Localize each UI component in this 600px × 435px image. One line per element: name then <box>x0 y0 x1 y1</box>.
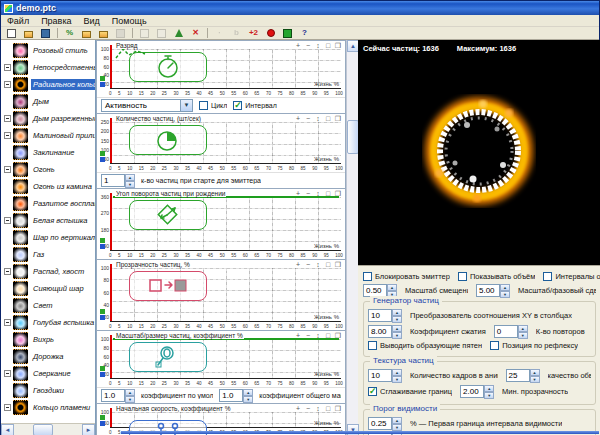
list-item[interactable]: Малиновый прилив <box>1 127 95 144</box>
tree-toggle-icon[interactable] <box>4 64 11 71</box>
quality-spinner[interactable]: 25 ▲▼ <box>506 369 540 382</box>
spinner-arrows-icon[interactable]: ▲▼ <box>530 369 540 382</box>
footer-checkbox-0[interactable]: Цикл <box>199 101 227 110</box>
spinner-arrows-icon[interactable]: ▲▼ <box>392 325 402 338</box>
layers-spinner[interactable]: 0 ▲▼ <box>494 325 528 338</box>
spinner-value[interactable]: 0 <box>494 325 518 338</box>
spinner-arrows-icon[interactable]: ▲▼ <box>125 174 135 187</box>
maximize-icon[interactable]: □ <box>324 190 332 197</box>
zoom-out-icon[interactable]: − <box>304 261 312 268</box>
zoom-out-icon[interactable]: − <box>304 42 312 49</box>
fit-icon[interactable]: ↕ <box>314 405 322 412</box>
visibility-low-spinner[interactable]: 0.25 ▲▼ <box>368 417 402 430</box>
checkbox-icon[interactable] <box>543 272 552 281</box>
tree-toggle-icon[interactable] <box>4 115 11 122</box>
delete-button[interactable]: ✕ <box>188 27 203 39</box>
tree-toggle-icon[interactable] <box>4 268 11 275</box>
new-file-button[interactable] <box>4 27 19 39</box>
spinner-value[interactable]: 10 <box>368 369 392 382</box>
list-item[interactable]: Газ <box>1 246 95 263</box>
menu-item-3[interactable]: Помощь <box>106 16 153 26</box>
tree-toggle-icon[interactable] <box>4 217 11 224</box>
restore-icon[interactable]: ❐ <box>334 190 342 197</box>
hscroll-thumb[interactable] <box>33 424 53 435</box>
spinner-arrows-icon[interactable]: ▲▼ <box>243 389 253 402</box>
graph-area[interactable]: 1008060402005101520253035404550556065707… <box>97 41 345 97</box>
graph-area[interactable]: 3602701809005101520253035404550556065707… <box>97 189 345 259</box>
checkbox-draw-intervals[interactable]: Интервалы отрисовки <box>543 272 600 281</box>
spinner-value[interactable]: 1.0 <box>101 389 125 402</box>
list-item[interactable]: Сверкание <box>1 365 95 382</box>
graph-area[interactable]: 1008060402005101520253035404550556065707… <box>97 260 345 330</box>
footer-checkbox-1[interactable]: Интервал <box>233 101 276 110</box>
folder-closed-button[interactable] <box>79 27 94 39</box>
sidebar-hscrollbar[interactable]: ◄ ► <box>1 423 95 435</box>
zoom-out-icon[interactable]: − <box>304 190 312 197</box>
list-item[interactable]: Заклинание <box>1 144 95 161</box>
list-item[interactable]: Распад, хвост <box>1 263 95 280</box>
spinner-value[interactable]: 0.25 <box>368 417 392 430</box>
checkbox-icon[interactable] <box>199 101 208 110</box>
record-button[interactable] <box>263 27 278 39</box>
start-count-spinner[interactable]: 1▲▼ <box>101 174 135 187</box>
percent-button[interactable]: % <box>62 27 77 39</box>
checkbox-icon[interactable] <box>233 101 242 110</box>
tree-toggle-icon[interactable] <box>4 404 11 411</box>
scroll-left-icon[interactable]: ◄ <box>1 424 14 435</box>
list-item[interactable]: Вихрь <box>1 331 95 348</box>
fit-icon[interactable]: ↕ <box>314 332 322 339</box>
maximize-icon[interactable]: □ <box>324 405 332 412</box>
restore-icon[interactable]: ❐ <box>334 332 342 339</box>
menu-item-0[interactable]: Файл <box>1 16 35 26</box>
checkbox-icon[interactable] <box>363 272 372 281</box>
zoom-in-icon[interactable]: + <box>294 332 302 339</box>
plus2-button[interactable]: +2 <box>246 27 261 39</box>
zoom-in-icon[interactable]: + <box>294 115 302 122</box>
spinner-arrows-icon[interactable]: ▲▼ <box>392 309 402 322</box>
fit-icon[interactable]: ↕ <box>314 190 322 197</box>
title-bar[interactable]: demo.ptc <box>1 1 599 15</box>
restore-icon[interactable]: ❐ <box>334 261 342 268</box>
spinner-value[interactable]: 10 <box>368 309 392 322</box>
zoom-out-icon[interactable]: − <box>304 332 312 339</box>
open-file-button[interactable] <box>21 27 36 39</box>
graph-area[interactable]: 1008060402005101520253035404550556065707… <box>97 331 345 387</box>
list-item[interactable]: Радиальное кольцо <box>1 76 95 93</box>
tree-toggle-icon[interactable] <box>4 319 11 326</box>
help-button[interactable]: ? <box>297 27 312 39</box>
folder-new-button[interactable] <box>96 27 111 39</box>
checkbox-icon[interactable] <box>490 341 499 350</box>
list-item[interactable]: Сияющий шар <box>1 280 95 297</box>
zoom-in-icon[interactable]: + <box>294 190 302 197</box>
tree-toggle-icon[interactable] <box>4 81 11 88</box>
checkbox-smooth-edges[interactable]: Сглаживание границ <box>368 387 452 396</box>
tree-toggle-icon[interactable] <box>4 166 11 173</box>
zoom-in-icon[interactable]: + <box>294 405 302 412</box>
maximize-icon[interactable]: □ <box>324 115 332 122</box>
graph-area[interactable]: 2502001501005005101520253035404550556065… <box>97 114 345 172</box>
checkbox-block-emitter[interactable]: Блокировать эмиттер <box>363 272 450 281</box>
spinner-value[interactable]: 8.00 <box>368 325 392 338</box>
spinner-arrows-icon[interactable]: ▲▼ <box>392 369 402 382</box>
hscroll-track[interactable] <box>14 424 82 435</box>
phase-scale-spinner[interactable]: 5.00 ▲▼ <box>476 284 510 297</box>
list-item[interactable]: Дым разреженный <box>1 110 95 127</box>
scroll-right-icon[interactable]: ► <box>82 424 95 435</box>
list-item[interactable]: Гвоздики <box>1 382 95 399</box>
list-item[interactable]: Кольцо пламени <box>1 399 95 416</box>
list-item[interactable]: Голубая вспышка <box>1 314 95 331</box>
checkbox-reflex-position[interactable]: Позиция по рефлексу <box>490 341 578 350</box>
maximize-icon[interactable]: □ <box>324 261 332 268</box>
list-item[interactable]: Дым <box>1 93 95 110</box>
maximize-icon[interactable]: □ <box>324 332 332 339</box>
spinner-arrows-icon[interactable]: ▲▼ <box>518 325 528 338</box>
graphs-vscrollbar[interactable]: ▲ ▼ <box>346 40 358 435</box>
fit-icon[interactable]: ↕ <box>314 115 322 122</box>
spinner-arrows-icon[interactable]: ▲▼ <box>484 385 494 398</box>
checkbox-show-volume[interactable]: Показывать объём <box>458 272 536 281</box>
checkbox-icon[interactable] <box>368 387 377 396</box>
tree-toggle-icon[interactable] <box>4 132 11 139</box>
menu-item-1[interactable]: Правка <box>35 16 77 26</box>
list-item[interactable]: Непосредственные <box>1 59 95 76</box>
global-scale-coeff-spinner[interactable]: 1.0▲▼ <box>219 389 253 402</box>
